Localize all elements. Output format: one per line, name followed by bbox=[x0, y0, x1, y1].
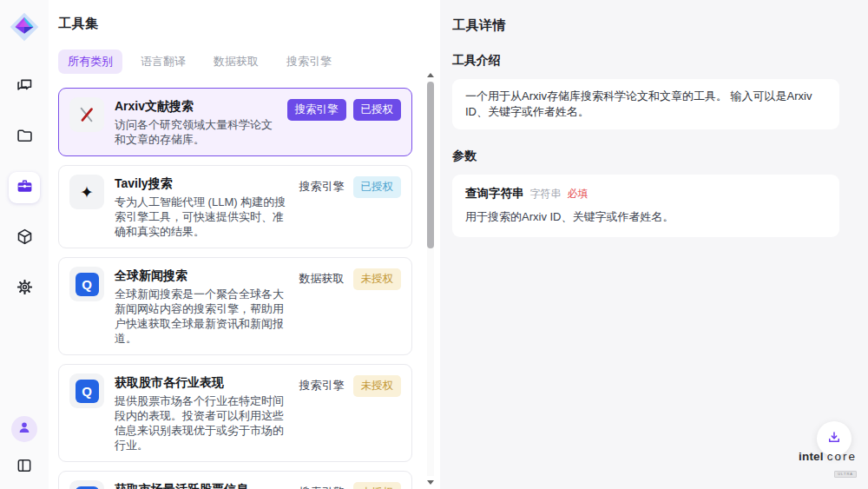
gear-icon bbox=[16, 278, 34, 300]
chat-icon bbox=[16, 76, 34, 98]
category-label: 搜索引擎 bbox=[298, 375, 346, 396]
status-badge: 未授权 bbox=[353, 482, 402, 489]
tool-card-active-stocks[interactable]: Q 获取市场最活跃股票信息 提供当天交易量最高的股票列表，投资者可以利用这些信息… bbox=[58, 471, 412, 489]
tool-title: 获取股市各行业表现 bbox=[115, 373, 287, 391]
tool-card-global-news[interactable]: Q 全球新闻搜索 全球新闻搜索是一个聚合全球各大新闻网站内容的搜索引擎，帮助用户… bbox=[58, 257, 412, 355]
parameter-required-badge: 必填 bbox=[568, 187, 589, 202]
sidebar-item-models[interactable] bbox=[9, 222, 40, 254]
tool-title: Tavily搜索 bbox=[115, 175, 287, 192]
category-label: 搜索引擎 bbox=[298, 482, 346, 489]
details-title: 工具详情 bbox=[452, 17, 851, 34]
app-logo bbox=[10, 12, 39, 42]
params-section-title: 参数 bbox=[452, 149, 851, 164]
status-badge: 已授权 bbox=[353, 176, 402, 198]
tool-list-panel: 工具集 所有类别 语言翻译 数据获取 搜索引擎 Arxiv文献搜索 访问各个研究… bbox=[49, 0, 440, 489]
sparkle-icon: ✦ bbox=[69, 175, 104, 209]
folder-icon bbox=[16, 127, 34, 149]
sidebar-item-settings[interactable] bbox=[9, 273, 40, 304]
collapse-sidebar-button[interactable] bbox=[11, 454, 37, 480]
toolbox-icon bbox=[16, 177, 34, 199]
blue-q-logo-icon: Q bbox=[69, 480, 104, 489]
blue-q-logo-icon: Q bbox=[69, 267, 104, 301]
tab-language-translation[interactable]: 语言翻译 bbox=[131, 50, 195, 74]
collapse-panel-icon bbox=[16, 457, 33, 478]
tool-details-panel: 工具详情 工具介绍 一个用于从Arxiv存储库搜索科学论文和文章的工具。 输入可… bbox=[440, 0, 868, 489]
status-badge: 已授权 bbox=[353, 99, 402, 121]
scrollbar-thumb[interactable] bbox=[427, 82, 434, 248]
scroll-up-arrow[interactable] bbox=[427, 73, 434, 77]
category-label: 搜索引擎 bbox=[298, 176, 346, 197]
cube-icon bbox=[16, 228, 34, 249]
blue-q-logo-icon: Q bbox=[69, 373, 104, 408]
intel-ultra-badge: ULTRA bbox=[834, 471, 857, 478]
tool-description: 专为人工智能代理 (LLM) 构建的搜索引擎工具，可快速提供实时、准确和真实的结… bbox=[115, 195, 287, 239]
user-avatar[interactable] bbox=[11, 416, 37, 442]
download-icon bbox=[826, 430, 842, 448]
list-scrollbar[interactable] bbox=[426, 73, 435, 485]
tool-title: Arxiv文献搜索 bbox=[115, 97, 277, 115]
arxiv-logo-icon bbox=[69, 97, 104, 132]
parameter-description: 用于搜索的Arxiv ID、关键字或作者姓名。 bbox=[465, 209, 826, 225]
tool-card-list: Arxiv文献搜索 访问各个研究领域大量科学论文和文章的存储库。 搜索引擎 已授… bbox=[58, 88, 412, 489]
category-badge: 搜索引擎 bbox=[287, 99, 346, 121]
tool-description: 全球新闻搜索是一个聚合全球各大新闻网站内容的搜索引擎，帮助用户快速获取全球最新资… bbox=[115, 287, 287, 346]
tab-search-engine[interactable]: 搜索引擎 bbox=[277, 50, 341, 74]
intel-core-logo: intel core ULTRA bbox=[799, 450, 857, 479]
tab-data-acquisition[interactable]: 数据获取 bbox=[204, 50, 268, 74]
tool-title: 获取市场最活跃股票信息 bbox=[115, 480, 287, 489]
status-badge: 未授权 bbox=[353, 375, 402, 397]
sidebar-item-chat[interactable] bbox=[9, 71, 40, 102]
sidebar-rail bbox=[0, 0, 49, 489]
tool-description: 访问各个研究领域大量科学论文和文章的存储库。 bbox=[115, 117, 277, 147]
tool-card-sector-performance[interactable]: Q 获取股市各行业表现 提供股票市场各个行业在特定时间段内的表现。投资者可以利用… bbox=[58, 364, 412, 462]
parameter-name: 查询字符串 bbox=[465, 186, 524, 202]
category-label: 数据获取 bbox=[298, 268, 346, 289]
tool-intro-text: 一个用于从Arxiv存储库搜索科学论文和文章的工具。 输入可以是Arxiv ID… bbox=[465, 89, 812, 118]
intro-section-title: 工具介绍 bbox=[452, 53, 851, 69]
tool-description: 提供股票市场各个行业在特定时间段内的表现。投资者可以利用这些信息来识别表现优于或… bbox=[115, 393, 287, 453]
tool-title: 全球新闻搜索 bbox=[115, 267, 287, 284]
category-tabs: 所有类别 语言翻译 数据获取 搜索引擎 bbox=[58, 50, 440, 74]
tool-card-arxiv[interactable]: Arxiv文献搜索 访问各个研究领域大量科学论文和文章的存储库。 搜索引擎 已授… bbox=[58, 88, 412, 156]
page-title: 工具集 bbox=[58, 16, 440, 32]
user-avatar-icon bbox=[17, 420, 31, 438]
status-badge: 未授权 bbox=[353, 268, 402, 290]
sidebar-item-files[interactable] bbox=[9, 122, 40, 153]
tab-all-categories[interactable]: 所有类别 bbox=[58, 50, 122, 74]
scroll-down-arrow[interactable] bbox=[427, 480, 434, 485]
sidebar-item-tools[interactable] bbox=[9, 172, 40, 203]
tool-card-tavily[interactable]: ✦ Tavily搜索 专为人工智能代理 (LLM) 构建的搜索引擎工具，可快速提… bbox=[58, 165, 412, 248]
parameter-type: 字符串 bbox=[530, 187, 562, 202]
tool-intro-box: 一个用于从Arxiv存储库搜索科学论文和文章的工具。 输入可以是Arxiv ID… bbox=[452, 79, 839, 129]
parameter-card: 查询字符串 字符串 必填 用于搜索的Arxiv ID、关键字或作者姓名。 bbox=[452, 175, 839, 237]
